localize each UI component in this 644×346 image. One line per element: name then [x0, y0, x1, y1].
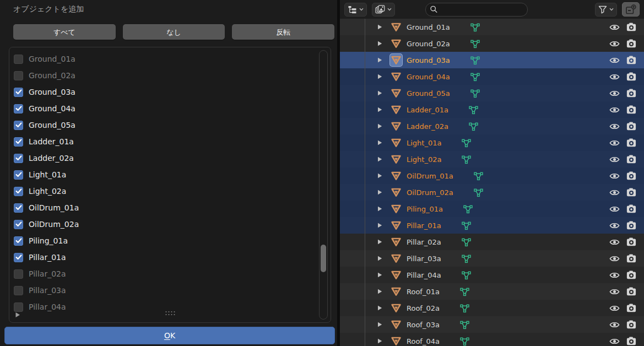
scrollbar[interactable]: [319, 50, 328, 320]
hide-viewport-icon[interactable]: [609, 189, 620, 196]
checkbox[interactable]: [14, 104, 23, 113]
mesh-object-icon[interactable]: [389, 186, 403, 199]
object-name[interactable]: Ground_03a: [407, 56, 450, 64]
mesh-object-icon[interactable]: [389, 202, 403, 215]
select-invert-button[interactable]: 反転: [232, 24, 334, 40]
expand-icon[interactable]: [377, 189, 383, 196]
disable-render-icon[interactable]: [626, 287, 636, 296]
mesh-data-icon[interactable]: [470, 39, 480, 48]
expand-icon[interactable]: [377, 272, 383, 278]
disable-render-icon[interactable]: [626, 138, 636, 147]
disable-render-icon[interactable]: [626, 221, 636, 230]
mesh-data-icon[interactable]: [459, 320, 470, 329]
expand-icon[interactable]: [377, 288, 383, 295]
hide-viewport-icon[interactable]: [609, 321, 620, 328]
new-collection-button[interactable]: [622, 2, 640, 17]
search-input[interactable]: [438, 5, 523, 14]
outliner-row[interactable]: Pillar_03a: [340, 250, 644, 267]
disable-render-icon[interactable]: [626, 56, 636, 64]
outliner-row[interactable]: Piling_01a: [340, 201, 644, 217]
hide-viewport-icon[interactable]: [609, 305, 620, 312]
mesh-data-icon[interactable]: [461, 221, 472, 230]
disable-render-icon[interactable]: [626, 171, 636, 180]
outliner-row[interactable]: OilDrum_02a: [340, 184, 644, 201]
mesh-data-icon[interactable]: [461, 271, 472, 280]
mesh-data-icon[interactable]: [470, 56, 480, 65]
mesh-object-icon[interactable]: [389, 103, 403, 116]
disable-render-icon[interactable]: [626, 155, 636, 164]
checklist-item[interactable]: Ladder_02a: [9, 150, 317, 166]
mesh-object-icon[interactable]: [389, 219, 403, 232]
checklist-item[interactable]: Ground_02a: [9, 67, 317, 84]
checklist-item[interactable]: Pillar_01a: [9, 249, 317, 266]
object-name[interactable]: Ladder_01a: [407, 106, 448, 114]
hide-viewport-icon[interactable]: [609, 40, 620, 47]
disable-render-icon[interactable]: [626, 122, 636, 131]
checklist-item[interactable]: Light_02a: [9, 183, 317, 199]
outliner-row[interactable]: Pillar_04a: [340, 267, 644, 283]
hide-viewport-icon[interactable]: [609, 73, 620, 80]
mesh-object-icon[interactable]: [389, 153, 403, 166]
mesh-object-icon[interactable]: [389, 235, 403, 248]
checkbox[interactable]: [14, 154, 23, 163]
mesh-data-icon[interactable]: [461, 155, 472, 164]
mesh-data-icon[interactable]: [461, 254, 472, 263]
checkbox[interactable]: [14, 286, 23, 295]
checklist-item[interactable]: Pillar_03a: [9, 282, 317, 299]
disable-render-icon[interactable]: [626, 72, 636, 81]
mesh-data-icon[interactable]: [468, 122, 479, 131]
mesh-object-icon[interactable]: [389, 252, 403, 265]
mesh-data-icon[interactable]: [461, 237, 472, 247]
checklist-item[interactable]: Light_01a: [9, 166, 317, 183]
hide-viewport-icon[interactable]: [609, 239, 620, 246]
outliner-row[interactable]: Roof_03a: [340, 316, 644, 333]
checkbox[interactable]: [14, 203, 23, 213]
checklist-item[interactable]: Ground_05a: [9, 117, 317, 133]
checklist-item[interactable]: Pillar_02a: [9, 266, 317, 282]
mesh-data-icon[interactable]: [459, 337, 470, 346]
hide-viewport-icon[interactable]: [609, 139, 620, 147]
mesh-data-icon[interactable]: [468, 105, 479, 115]
hide-viewport-icon[interactable]: [609, 222, 620, 229]
outliner-row[interactable]: Ladder_02a: [340, 118, 644, 134]
hide-viewport-icon[interactable]: [609, 90, 620, 97]
expand-icon[interactable]: [377, 172, 383, 179]
disable-render-icon[interactable]: [626, 320, 636, 329]
expand-icon[interactable]: [377, 57, 383, 63]
outliner-row[interactable]: Light_01a: [340, 134, 644, 151]
mesh-object-icon[interactable]: [389, 136, 403, 149]
editor-type-dropdown[interactable]: [344, 3, 367, 17]
ok-button[interactable]: OK: [4, 327, 335, 344]
object-name[interactable]: Pillar_02a: [407, 238, 441, 246]
outliner-row[interactable]: OilDrum_01a: [340, 167, 644, 184]
expand-icon[interactable]: [377, 123, 383, 129]
hide-viewport-icon[interactable]: [609, 255, 620, 262]
expand-icon[interactable]: [377, 139, 383, 146]
outliner-row[interactable]: Ground_02a: [340, 35, 644, 52]
object-name[interactable]: Pillar_03a: [407, 255, 441, 263]
expand-icon[interactable]: [377, 338, 383, 344]
mesh-data-icon[interactable]: [473, 171, 484, 181]
expand-icon[interactable]: [377, 222, 383, 229]
object-name[interactable]: Ground_01a: [407, 23, 450, 31]
checklist-item[interactable]: OilDrum_02a: [9, 216, 317, 233]
checkbox[interactable]: [14, 55, 23, 64]
hide-viewport-icon[interactable]: [609, 288, 620, 295]
select-all-button[interactable]: すべて: [13, 24, 116, 40]
checklist-item[interactable]: Ground_03a: [9, 84, 317, 100]
resize-grip[interactable]: [165, 311, 175, 316]
checkbox[interactable]: [14, 220, 23, 229]
outliner-row[interactable]: Roof_04a: [340, 333, 644, 346]
disable-render-icon[interactable]: [626, 39, 636, 48]
object-name[interactable]: Roof_04a: [407, 337, 440, 345]
outliner-row[interactable]: Ground_04a: [340, 68, 644, 85]
outliner-row[interactable]: Ladder_01a: [340, 101, 644, 118]
mesh-data-icon[interactable]: [459, 304, 470, 313]
hide-viewport-icon[interactable]: [609, 272, 620, 279]
outliner-row[interactable]: Pillar_01a: [340, 217, 644, 234]
hide-viewport-icon[interactable]: [609, 24, 620, 31]
expand-icon[interactable]: [377, 73, 383, 80]
checklist-item[interactable]: Piling_01a: [9, 233, 317, 249]
object-name[interactable]: Roof_02a: [407, 304, 440, 312]
mesh-object-icon[interactable]: [389, 169, 403, 182]
